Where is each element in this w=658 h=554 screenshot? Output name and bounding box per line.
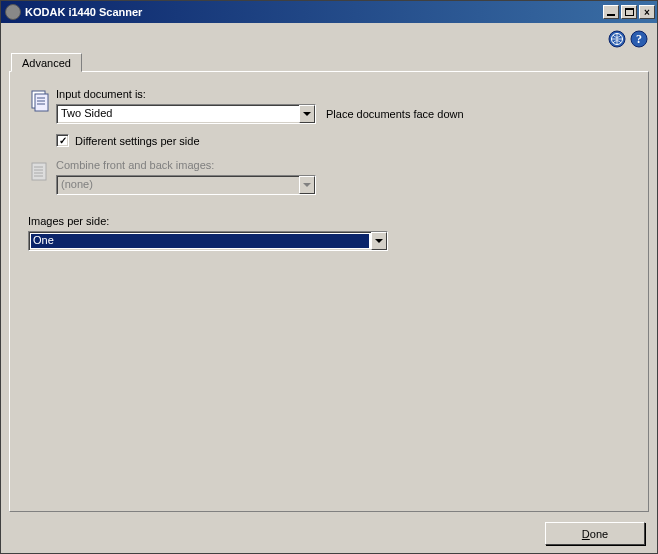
titlebar[interactable]: KODAK i1440 Scanner × xyxy=(1,1,657,23)
combine-label: Combine front and back images: xyxy=(56,159,630,171)
home-icon[interactable] xyxy=(605,29,627,51)
combine-icon xyxy=(28,159,56,185)
close-button[interactable]: × xyxy=(639,5,655,19)
help-icon[interactable]: ? xyxy=(627,29,649,51)
advanced-tab-pane: Input document is: Two Sided Place docum… xyxy=(9,71,649,512)
input-document-select[interactable]: Two Sided xyxy=(56,104,316,124)
scanner-settings-window: KODAK i1440 Scanner × ? xyxy=(0,0,658,554)
client-area: ? Advanced xyxy=(1,23,657,553)
placement-hint: Place documents face down xyxy=(326,108,464,120)
maximize-button[interactable] xyxy=(621,5,637,19)
combine-select: (none) xyxy=(56,175,316,195)
chevron-down-icon xyxy=(299,176,315,194)
chevron-down-icon xyxy=(299,105,315,123)
done-button[interactable]: Done xyxy=(545,522,645,545)
minimize-button[interactable] xyxy=(603,5,619,19)
images-per-side-select[interactable]: One xyxy=(28,231,388,251)
tab-advanced[interactable]: Advanced xyxy=(11,53,82,72)
different-settings-label: Different settings per side xyxy=(75,135,200,147)
svg-text:?: ? xyxy=(636,32,642,46)
images-per-side-label: Images per side: xyxy=(28,215,630,227)
svg-rect-5 xyxy=(35,94,48,111)
chevron-down-icon xyxy=(371,232,387,250)
window-title: KODAK i1440 Scanner xyxy=(25,6,601,18)
check-icon: ✓ xyxy=(59,136,67,146)
different-settings-checkbox[interactable]: ✓ xyxy=(56,134,69,147)
document-icon xyxy=(28,88,56,114)
svg-rect-9 xyxy=(32,163,46,180)
app-icon xyxy=(5,4,21,20)
input-document-label: Input document is: xyxy=(56,88,630,100)
